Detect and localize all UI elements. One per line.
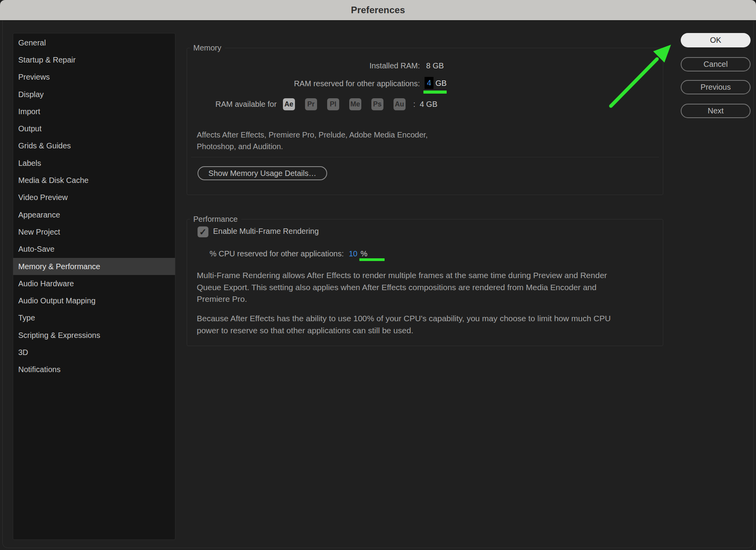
ram-reserved-unit: GB [435, 79, 447, 88]
sidebar-item-previews[interactable]: Previews [13, 69, 175, 86]
app-badge-ae-icon: Ae [283, 98, 295, 110]
cpu-reserved-value[interactable]: 10 [349, 249, 357, 258]
ram-reserved-field[interactable]: 4 [425, 77, 433, 89]
sidebar-item-general[interactable]: General [13, 34, 175, 51]
cpu-reserved-label: % CPU reserved for other applications: [210, 249, 344, 258]
sidebar-list: GeneralStartup & RepairPreviewsDisplayIm… [13, 34, 175, 378]
app-badge-me-icon: Me [349, 98, 361, 110]
annotation-underline-cpu [359, 258, 385, 261]
installed-ram-value: 8 GB [426, 61, 444, 70]
sidebar-item-3d[interactable]: 3D [13, 344, 175, 361]
performance-section-label: Performance [190, 214, 241, 224]
app-badge-pl-icon: Pl [327, 98, 339, 110]
next-button[interactable]: Next [681, 104, 751, 118]
sidebar-item-labels[interactable]: Labels [13, 155, 175, 172]
title-bar: Preferences [0, 0, 756, 21]
sidebar-item-display[interactable]: Display [13, 86, 175, 103]
sidebar-item-import[interactable]: Import [13, 103, 175, 120]
preferences-sidebar: GeneralStartup & RepairPreviewsDisplayIm… [13, 33, 175, 540]
ok-button[interactable]: OK [681, 33, 751, 47]
sidebar-item-type[interactable]: Type [13, 310, 175, 327]
show-memory-usage-details-button[interactable]: Show Memory Usage Details… [198, 166, 327, 180]
ram-available-colon: : [413, 100, 416, 109]
app-badge-ps-icon: Ps [371, 98, 383, 110]
enable-mfr-label: Enable Multi-Frame Rendering [213, 227, 319, 236]
sidebar-item-scripting-expressions[interactable]: Scripting & Expressions [13, 327, 175, 344]
enable-mfr-checkbox[interactable]: ✓ [198, 226, 208, 237]
cancel-button[interactable]: Cancel [681, 57, 751, 71]
cpu-reserved-unit: % [361, 249, 368, 258]
ram-available-row: RAM available for AePrPlMePsAu : 4 GB [215, 98, 437, 110]
sidebar-item-video-preview[interactable]: Video Preview [13, 189, 175, 206]
checkmark-icon: ✓ [199, 227, 206, 237]
app-badge-row: AePrPlMePsAu [283, 98, 416, 110]
installed-ram-label: Installed RAM: [187, 61, 420, 70]
sidebar-item-audio-hardware[interactable]: Audio Hardware [13, 275, 175, 292]
sidebar-item-appearance[interactable]: Appearance [13, 206, 175, 223]
ram-available-label: RAM available for [215, 100, 277, 109]
app-badge-au-icon: Au [394, 98, 406, 110]
app-badge-pr-icon: Pr [305, 98, 317, 110]
previous-button[interactable]: Previous [681, 80, 751, 94]
sidebar-item-new-project[interactable]: New Project [13, 223, 175, 240]
memory-section-label: Memory [190, 43, 225, 53]
annotation-underline-ram [423, 91, 447, 94]
dialog-title: Preferences [351, 5, 405, 16]
sidebar-item-auto-save[interactable]: Auto-Save [13, 241, 175, 258]
memory-separator [191, 157, 659, 157]
sidebar-item-audio-output-mapping[interactable]: Audio Output Mapping [13, 292, 175, 309]
sidebar-item-media-disk-cache[interactable]: Media & Disk Cache [13, 172, 175, 189]
sidebar-item-notifications[interactable]: Notifications [13, 361, 175, 378]
sidebar-item-startup-repair[interactable]: Startup & Repair [13, 51, 175, 68]
ram-available-value: 4 GB [420, 100, 437, 109]
memory-affects-text: Affects After Effects, Premiere Pro, Pre… [197, 129, 465, 152]
cpu-limit-paragraph: Because After Effects has the ability to… [197, 313, 618, 336]
sidebar-item-grids-guides[interactable]: Grids & Guides [13, 138, 175, 155]
mfr-description-paragraph: Multi-Frame Rendering allows After Effec… [197, 270, 618, 305]
sidebar-item-output[interactable]: Output [13, 120, 175, 137]
ram-reserved-label: RAM reserved for other applications: [187, 79, 420, 88]
cpu-reserved-row: % CPU reserved for other applications: 1… [210, 248, 368, 259]
preferences-dialog: Preferences GeneralStartup & RepairPrevi… [0, 0, 756, 550]
sidebar-item-memory-performance[interactable]: Memory & Performance [13, 258, 175, 275]
